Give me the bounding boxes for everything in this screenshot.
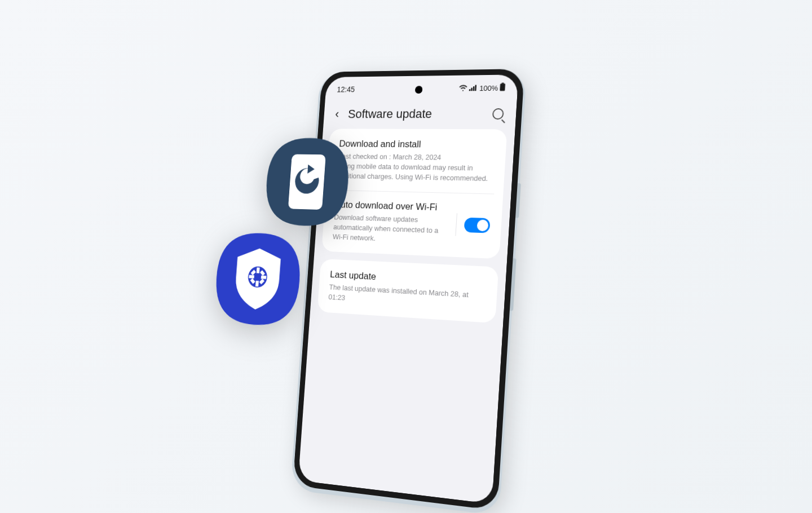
svg-rect-2 [473,86,474,91]
security-shield-icon [211,230,305,330]
svg-rect-4 [502,83,504,84]
auto-download-text: Auto download over Wi-Fi Download softwa… [332,199,449,246]
item-title: Auto download over Wi-Fi [334,199,449,213]
page-title: Software update [347,107,483,121]
status-time: 12:45 [337,85,355,94]
signal-icon [469,84,478,92]
svg-rect-11 [261,276,267,279]
svg-rect-5 [500,83,505,91]
battery-icon [500,83,506,93]
svg-rect-3 [475,85,476,90]
svg-rect-10 [249,275,254,278]
status-indicators: 100% [458,83,506,94]
scene: 12:45 100% ‹ Software update [265,79,547,474]
item-title: Download and install [339,139,496,151]
battery-text: 100% [479,83,498,92]
svg-rect-1 [471,87,473,90]
status-bar: 12:45 100% [325,74,519,98]
item-sub: Download software updates automatically … [332,212,449,246]
phone-screen: 12:45 100% ‹ Software update [298,74,519,504]
item-subline-2: Using mobile data to download may result… [337,161,494,184]
software-update-icon [262,136,353,229]
phone-side-buttons [515,183,521,218]
svg-rect-8 [257,267,260,273]
download-install-item[interactable]: Download and install Last checked on : M… [337,139,495,184]
card-last-update[interactable]: Last update The last update was installe… [317,259,499,323]
divider-line [334,190,494,194]
auto-download-item[interactable]: Auto download over Wi-Fi Download softwa… [332,199,491,248]
search-icon[interactable] [492,108,504,120]
svg-rect-9 [255,281,259,286]
phone-mockup: 12:45 100% ‹ Software update [293,69,524,511]
back-icon[interactable]: ‹ [335,107,339,121]
auto-download-toggle[interactable] [464,218,491,233]
